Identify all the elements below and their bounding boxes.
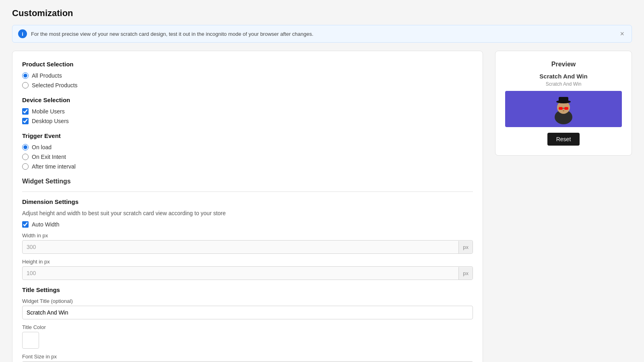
height-label: Height in px [22,259,473,265]
svg-rect-3 [559,97,568,103]
preview-figure-svg [547,93,580,125]
trigger-time-interval-label: After time interval [32,163,76,170]
trigger-time-interval-option[interactable]: After time interval [22,163,473,170]
trigger-time-interval-radio[interactable] [22,163,29,170]
mobile-users-checkbox[interactable] [22,108,29,115]
device-selection-title: Device Selection [22,97,473,103]
trigger-event-section: Trigger Event On load On Exit Intent Aft… [22,132,473,170]
dimension-settings-description: Adjust height and width to best suit you… [22,210,473,216]
reset-button[interactable]: Reset [547,133,580,146]
alert-close-button[interactable]: × [618,30,626,38]
auto-width-checkbox[interactable] [22,221,29,228]
title-settings-title: Title Settings [22,286,473,293]
product-selection-section: Product Selection All Products Selected … [22,61,473,88]
device-selection-group: Mobile Users Desktop Users [22,108,473,124]
widget-settings-title: Widget Settings [22,178,473,185]
product-selection-group: All Products Selected Products [22,72,473,88]
title-color-swatch[interactable] [22,332,39,349]
desktop-users-checkbox[interactable] [22,118,29,124]
auto-width-label: Auto Width [32,221,59,228]
svg-point-7 [563,110,564,112]
preview-panel: Preview Scratch And Win Scratch And Win [495,51,632,156]
product-all-radio[interactable] [22,72,29,79]
font-size-label: Font Size in px [22,354,473,360]
device-selection-section: Device Selection Mobile Users Desktop Us… [22,97,473,124]
title-settings-section: Title Settings Widget Title (optional) T… [22,286,473,362]
mobile-users-option[interactable]: Mobile Users [22,108,473,115]
height-suffix: px [458,267,473,280]
product-all-label: All Products [32,72,62,79]
width-suffix: px [458,241,473,253]
product-all-option[interactable]: All Products [22,72,473,79]
left-panel: Product Selection All Products Selected … [12,51,483,362]
preview-card: Scratch And Win Scratch And Win [505,73,622,146]
trigger-on-load-label: On load [32,144,52,150]
width-input[interactable] [23,241,458,253]
width-label: Width in px [22,232,473,239]
mobile-users-label: Mobile Users [32,108,65,115]
preview-title: Preview [505,61,622,68]
dimension-settings-section: Dimension Settings Adjust height and wid… [22,198,473,280]
product-selection-title: Product Selection [22,61,473,68]
divider [22,191,473,192]
preview-card-title: Scratch And Win [505,73,622,80]
trigger-on-load-radio[interactable] [22,144,29,150]
dimension-settings-title: Dimension Settings [22,198,473,205]
auto-width-option[interactable]: Auto Width [22,221,473,228]
preview-image [505,91,622,127]
svg-rect-4 [559,107,563,110]
height-input-wrapper: px [22,266,473,280]
title-color-label: Title Color [22,324,473,330]
page-title: Customization [12,8,632,19]
trigger-event-title: Trigger Event [22,132,473,139]
trigger-event-group: On load On Exit Intent After time interv… [22,144,473,170]
widget-title-label: Widget Title (optional) [22,298,473,304]
main-layout: Product Selection All Products Selected … [12,51,632,362]
preview-card-subtitle: Scratch And Win [505,81,622,87]
trigger-exit-intent-radio[interactable] [22,154,29,160]
product-selected-radio[interactable] [22,82,29,88]
product-selected-label: Selected Products [32,82,78,88]
trigger-exit-intent-label: On Exit Intent [32,154,66,160]
desktop-users-option[interactable]: Desktop Users [22,118,473,124]
info-icon: i [18,29,27,38]
trigger-on-load-option[interactable]: On load [22,144,473,150]
trigger-exit-intent-option[interactable]: On Exit Intent [22,154,473,160]
alert-banner: i For the most precise view of your new … [12,25,632,43]
desktop-users-label: Desktop Users [32,118,69,124]
alert-text: For the most precise view of your new sc… [31,31,614,37]
product-selected-option[interactable]: Selected Products [22,82,473,88]
widget-title-input[interactable] [22,306,473,319]
width-input-wrapper: px [22,240,473,254]
height-input[interactable] [23,267,458,280]
svg-rect-5 [564,107,568,110]
